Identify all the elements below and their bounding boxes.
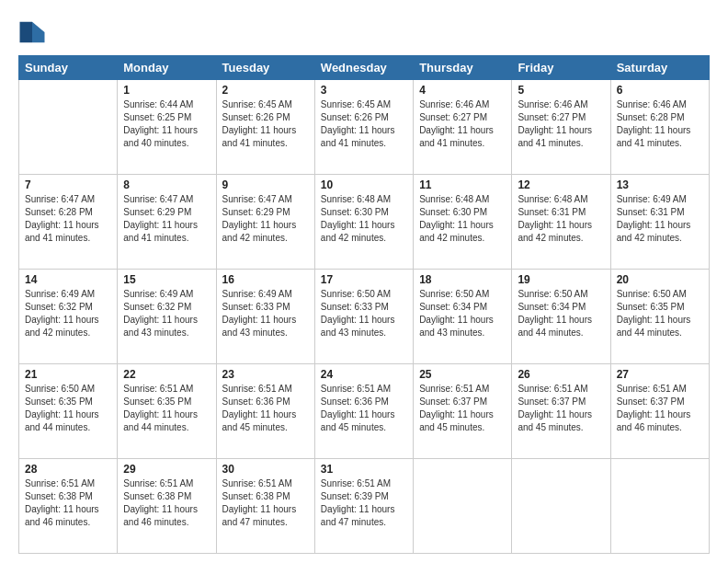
day-number: 31: [321, 463, 407, 476]
calendar-cell: 16Sunrise: 6:49 AMSunset: 6:33 PMDayligh…: [216, 270, 314, 364]
calendar-cell: 27Sunrise: 6:51 AMSunset: 6:37 PMDayligh…: [610, 364, 709, 459]
day-info: Sunrise: 6:45 AMSunset: 6:26 PMDaylight:…: [321, 98, 407, 150]
calendar-cell: 4Sunrise: 6:46 AMSunset: 6:27 PMDaylight…: [414, 80, 512, 175]
day-info: Sunrise: 6:51 AMSunset: 6:37 PMDaylight:…: [518, 383, 604, 434]
calendar-cell: 24Sunrise: 6:51 AMSunset: 6:36 PMDayligh…: [314, 364, 413, 459]
day-info: Sunrise: 6:51 AMSunset: 6:36 PMDaylight:…: [222, 383, 309, 434]
day-info: Sunrise: 6:48 AMSunset: 6:31 PMDaylight:…: [518, 193, 604, 245]
calendar-cell: 11Sunrise: 6:48 AMSunset: 6:30 PMDayligh…: [414, 175, 512, 270]
day-number: 12: [518, 178, 604, 191]
day-info: Sunrise: 6:50 AMSunset: 6:34 PMDaylight:…: [419, 288, 506, 339]
calendar-cell: 1Sunrise: 6:44 AMSunset: 6:25 PMDaylight…: [118, 80, 216, 175]
day-number: 23: [222, 368, 309, 381]
day-info: Sunrise: 6:51 AMSunset: 6:35 PMDaylight:…: [123, 383, 210, 434]
day-info: Sunrise: 6:51 AMSunset: 6:37 PMDaylight:…: [617, 383, 703, 434]
day-number: 17: [321, 273, 407, 286]
day-number: 26: [518, 368, 604, 381]
calendar-cell: 28Sunrise: 6:51 AMSunset: 6:38 PMDayligh…: [19, 459, 118, 554]
day-info: Sunrise: 6:51 AMSunset: 6:38 PMDaylight:…: [222, 477, 309, 529]
day-info: Sunrise: 6:50 AMSunset: 6:33 PMDaylight:…: [321, 288, 407, 339]
day-info: Sunrise: 6:48 AMSunset: 6:30 PMDaylight:…: [419, 193, 506, 245]
calendar-week-4: 21Sunrise: 6:50 AMSunset: 6:35 PMDayligh…: [19, 364, 710, 459]
calendar-cell: 18Sunrise: 6:50 AMSunset: 6:34 PMDayligh…: [414, 270, 512, 364]
day-number: 3: [321, 84, 407, 97]
day-number: 4: [419, 84, 506, 97]
day-info: Sunrise: 6:48 AMSunset: 6:30 PMDaylight:…: [321, 193, 407, 245]
calendar-cell: 12Sunrise: 6:48 AMSunset: 6:31 PMDayligh…: [512, 175, 610, 270]
calendar-cell: 10Sunrise: 6:48 AMSunset: 6:30 PMDayligh…: [314, 175, 413, 270]
calendar-cell: 3Sunrise: 6:45 AMSunset: 6:26 PMDaylight…: [314, 80, 413, 175]
weekday-header-friday: Friday: [512, 56, 610, 80]
day-number: 15: [123, 273, 210, 286]
weekday-header-saturday: Saturday: [610, 56, 709, 80]
weekday-header-tuesday: Tuesday: [216, 56, 314, 80]
day-info: Sunrise: 6:50 AMSunset: 6:34 PMDaylight:…: [518, 288, 604, 339]
calendar-week-3: 14Sunrise: 6:49 AMSunset: 6:32 PMDayligh…: [19, 270, 710, 364]
page: SundayMondayTuesdayWednesdayThursdayFrid…: [0, 0, 728, 563]
day-info: Sunrise: 6:49 AMSunset: 6:32 PMDaylight:…: [25, 288, 111, 339]
day-info: Sunrise: 6:51 AMSunset: 6:38 PMDaylight:…: [25, 477, 111, 529]
day-number: 2: [222, 84, 309, 97]
day-info: Sunrise: 6:50 AMSunset: 6:35 PMDaylight:…: [617, 288, 703, 339]
calendar-week-2: 7Sunrise: 6:47 AMSunset: 6:28 PMDaylight…: [19, 175, 710, 270]
calendar-cell: 8Sunrise: 6:47 AMSunset: 6:29 PMDaylight…: [118, 175, 216, 270]
day-info: Sunrise: 6:45 AMSunset: 6:26 PMDaylight:…: [222, 98, 309, 150]
calendar-cell: 14Sunrise: 6:49 AMSunset: 6:32 PMDayligh…: [19, 270, 118, 364]
day-info: Sunrise: 6:46 AMSunset: 6:27 PMDaylight:…: [419, 98, 506, 150]
day-info: Sunrise: 6:44 AMSunset: 6:25 PMDaylight:…: [123, 98, 210, 150]
calendar-cell: 22Sunrise: 6:51 AMSunset: 6:35 PMDayligh…: [118, 364, 216, 459]
calendar-cell: 5Sunrise: 6:46 AMSunset: 6:27 PMDaylight…: [512, 80, 610, 175]
day-number: 24: [321, 368, 407, 381]
calendar-cell: [19, 80, 118, 175]
calendar-cell: 13Sunrise: 6:49 AMSunset: 6:31 PMDayligh…: [610, 175, 709, 270]
day-number: 28: [25, 463, 111, 476]
calendar-cell: [512, 459, 610, 554]
calendar-cell: 26Sunrise: 6:51 AMSunset: 6:37 PMDayligh…: [512, 364, 610, 459]
day-info: Sunrise: 6:49 AMSunset: 6:32 PMDaylight:…: [123, 288, 210, 339]
calendar-cell: 7Sunrise: 6:47 AMSunset: 6:28 PMDaylight…: [19, 175, 118, 270]
day-number: 27: [617, 368, 703, 381]
calendar-cell: 20Sunrise: 6:50 AMSunset: 6:35 PMDayligh…: [610, 270, 709, 364]
weekday-header-monday: Monday: [118, 56, 216, 80]
day-number: 6: [617, 84, 703, 97]
day-info: Sunrise: 6:51 AMSunset: 6:38 PMDaylight:…: [123, 477, 210, 529]
day-info: Sunrise: 6:49 AMSunset: 6:33 PMDaylight:…: [222, 288, 309, 339]
day-info: Sunrise: 6:49 AMSunset: 6:31 PMDaylight:…: [617, 193, 703, 245]
day-number: 29: [123, 463, 210, 476]
day-info: Sunrise: 6:47 AMSunset: 6:29 PMDaylight:…: [123, 193, 210, 245]
day-number: 16: [222, 273, 309, 286]
calendar-cell: 2Sunrise: 6:45 AMSunset: 6:26 PMDaylight…: [216, 80, 314, 175]
svg-rect-2: [20, 22, 33, 43]
logo-icon: [18, 18, 46, 46]
day-info: Sunrise: 6:50 AMSunset: 6:35 PMDaylight:…: [25, 383, 111, 434]
calendar-cell: 17Sunrise: 6:50 AMSunset: 6:33 PMDayligh…: [314, 270, 413, 364]
day-number: 1: [123, 84, 210, 97]
day-number: 21: [25, 368, 111, 381]
calendar-cell: 30Sunrise: 6:51 AMSunset: 6:38 PMDayligh…: [216, 459, 314, 554]
logo: [18, 18, 48, 46]
day-number: 5: [518, 84, 604, 97]
calendar-cell: 25Sunrise: 6:51 AMSunset: 6:37 PMDayligh…: [414, 364, 512, 459]
calendar-cell: 21Sunrise: 6:50 AMSunset: 6:35 PMDayligh…: [19, 364, 118, 459]
calendar-week-1: 1Sunrise: 6:44 AMSunset: 6:25 PMDaylight…: [19, 80, 710, 175]
svg-marker-0: [32, 22, 45, 32]
header: [18, 14, 710, 46]
calendar-cell: [610, 459, 709, 554]
calendar-cell: 6Sunrise: 6:46 AMSunset: 6:28 PMDaylight…: [610, 80, 709, 175]
day-number: 25: [419, 368, 506, 381]
day-info: Sunrise: 6:51 AMSunset: 6:36 PMDaylight:…: [321, 383, 407, 434]
day-info: Sunrise: 6:46 AMSunset: 6:28 PMDaylight:…: [617, 98, 703, 150]
day-number: 10: [321, 178, 407, 191]
svg-marker-1: [32, 32, 45, 42]
day-number: 20: [617, 273, 703, 286]
day-number: 14: [25, 273, 111, 286]
day-number: 19: [518, 273, 604, 286]
weekday-header-thursday: Thursday: [414, 56, 512, 80]
day-number: 30: [222, 463, 309, 476]
day-number: 18: [419, 273, 506, 286]
day-number: 9: [222, 178, 309, 191]
weekday-header-row: SundayMondayTuesdayWednesdayThursdayFrid…: [19, 56, 710, 80]
calendar-cell: 29Sunrise: 6:51 AMSunset: 6:38 PMDayligh…: [118, 459, 216, 554]
day-info: Sunrise: 6:47 AMSunset: 6:28 PMDaylight:…: [25, 193, 111, 245]
day-info: Sunrise: 6:46 AMSunset: 6:27 PMDaylight:…: [518, 98, 604, 150]
